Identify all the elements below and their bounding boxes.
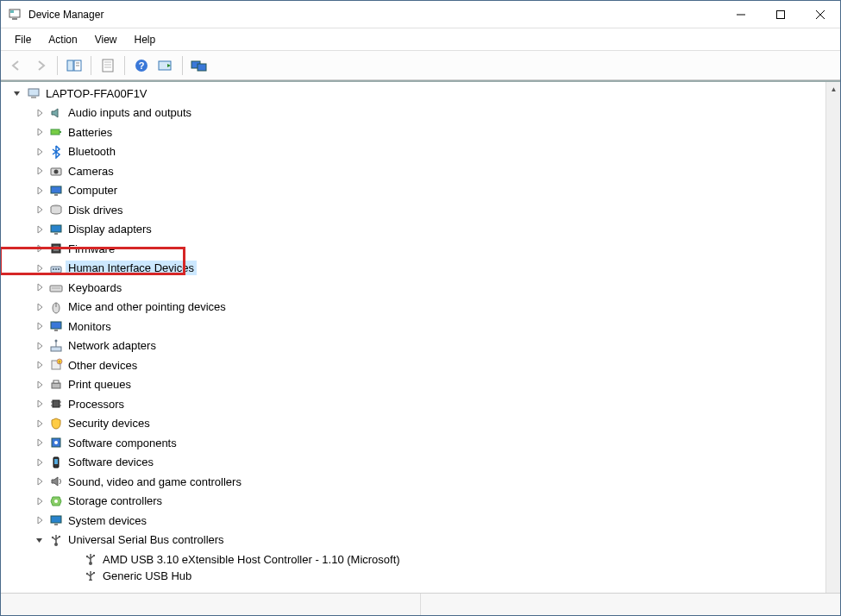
svg-rect-27 bbox=[51, 186, 61, 193]
tree-node-label: Other devices bbox=[68, 359, 137, 372]
menubar: File Action View Help bbox=[1, 28, 840, 51]
tree-node[interactable]: Mice and other pointing devices bbox=[1, 298, 825, 317]
expander-closed-icon[interactable] bbox=[34, 475, 46, 487]
expander-closed-icon[interactable] bbox=[34, 379, 46, 391]
tree-node[interactable]: !Other devices bbox=[1, 355, 825, 375]
expander-closed-icon[interactable] bbox=[34, 495, 46, 507]
expander-closed-icon[interactable] bbox=[34, 146, 46, 158]
tree-node-label: Processors bbox=[68, 398, 124, 411]
expander-closed-icon[interactable] bbox=[34, 456, 46, 468]
tree-node[interactable]: Firmware bbox=[1, 239, 825, 259]
help-button[interactable]: ? bbox=[131, 55, 152, 76]
expander-closed-icon[interactable] bbox=[34, 359, 46, 371]
expander-closed-icon[interactable] bbox=[34, 320, 46, 332]
menu-action[interactable]: Action bbox=[40, 30, 85, 49]
monitors-button[interactable] bbox=[189, 55, 210, 76]
expander-closed-icon[interactable] bbox=[34, 340, 46, 352]
tree-node-label: Monitors bbox=[68, 320, 111, 333]
menu-help[interactable]: Help bbox=[126, 30, 165, 49]
tree-node[interactable]: Storage controllers bbox=[1, 492, 825, 512]
tree-node[interactable]: Print queues bbox=[1, 375, 825, 395]
svg-rect-20 bbox=[198, 64, 206, 71]
tree-node[interactable]: Processors bbox=[1, 394, 825, 414]
svg-rect-52 bbox=[53, 400, 60, 407]
tree-node[interactable]: Sound, video and game controllers bbox=[1, 472, 825, 492]
nav-back-button[interactable] bbox=[6, 55, 27, 76]
svg-point-74 bbox=[86, 556, 88, 557]
other-icon: ! bbox=[49, 358, 63, 372]
svg-rect-1 bbox=[12, 18, 17, 20]
expander-closed-icon[interactable] bbox=[34, 107, 46, 119]
statusbar-cell bbox=[1, 594, 421, 615]
expander-closed-icon[interactable] bbox=[34, 437, 46, 449]
tree-node[interactable]: Network adapters bbox=[1, 336, 825, 356]
tree-node[interactable]: Computer bbox=[1, 181, 825, 201]
expander-closed-icon[interactable] bbox=[34, 301, 46, 313]
tree-node[interactable]: Software components bbox=[1, 433, 825, 453]
tree-node-label: Sound, video and game controllers bbox=[68, 475, 242, 488]
svg-rect-33 bbox=[53, 246, 59, 251]
camera-icon bbox=[49, 164, 63, 178]
software-comp-icon bbox=[49, 436, 63, 449]
tree-node-label: LAPTOP-FFA00F1V bbox=[46, 87, 147, 100]
tree-node[interactable]: Disk drives bbox=[1, 200, 825, 220]
close-button[interactable] bbox=[800, 1, 840, 28]
tree-node[interactable]: Audio inputs and outputs bbox=[1, 104, 825, 123]
menu-view[interactable]: View bbox=[86, 30, 126, 49]
scan-hardware-button[interactable] bbox=[155, 55, 176, 76]
usb-icon bbox=[84, 569, 97, 581]
disk-icon bbox=[49, 203, 63, 217]
expander-closed-icon[interactable] bbox=[34, 126, 46, 138]
svg-point-61 bbox=[54, 500, 58, 503]
tree-node[interactable]: Software devices bbox=[1, 453, 825, 473]
tree-node[interactable]: LAPTOP-FFA00F1V bbox=[1, 84, 825, 104]
toolbar: ? bbox=[1, 51, 840, 80]
tree-node[interactable]: System devices bbox=[1, 511, 825, 531]
storage-icon bbox=[49, 494, 63, 508]
maximize-button[interactable] bbox=[761, 1, 800, 28]
app-icon bbox=[8, 8, 22, 22]
tree-node[interactable]: Generic USB Hub bbox=[1, 569, 825, 581]
tree-node[interactable]: Human Interface Devices bbox=[1, 259, 825, 279]
content-area: LAPTOP-FFA00F1VAudio inputs and outputsB… bbox=[1, 80, 840, 593]
expander-closed-icon[interactable] bbox=[34, 204, 46, 216]
expander-closed-icon[interactable] bbox=[34, 185, 46, 197]
expander-closed-icon[interactable] bbox=[34, 223, 46, 236]
expander-closed-icon[interactable] bbox=[34, 514, 46, 526]
toolbar-separator bbox=[124, 56, 125, 75]
tree-node[interactable]: Cameras bbox=[1, 161, 825, 181]
expander-closed-icon[interactable] bbox=[34, 398, 46, 410]
expander-closed-icon[interactable] bbox=[34, 262, 46, 274]
svg-rect-60 bbox=[54, 459, 58, 464]
tree-node[interactable]: Bluetooth bbox=[1, 142, 825, 162]
properties-button[interactable] bbox=[97, 55, 118, 76]
printer-icon bbox=[49, 378, 63, 392]
expander-closed-icon[interactable] bbox=[34, 281, 46, 293]
expander-closed-icon[interactable] bbox=[34, 165, 46, 177]
tree-node-label: Storage controllers bbox=[68, 494, 162, 507]
tree-node[interactable]: Security devices bbox=[1, 414, 825, 434]
expander-open-icon[interactable] bbox=[34, 534, 46, 546]
nav-forward-button[interactable] bbox=[30, 55, 51, 76]
expander-open-icon[interactable] bbox=[11, 87, 23, 99]
device-tree[interactable]: LAPTOP-FFA00F1VAudio inputs and outputsB… bbox=[1, 82, 825, 593]
show-hide-console-button[interactable] bbox=[64, 55, 85, 76]
minimize-button[interactable] bbox=[721, 1, 761, 28]
tree-node-label: Software devices bbox=[68, 456, 154, 468]
expander-closed-icon[interactable] bbox=[34, 242, 46, 255]
expander-closed-icon[interactable] bbox=[34, 418, 46, 430]
tree-node[interactable]: Monitors bbox=[1, 317, 825, 336]
tree-node[interactable]: Keyboards bbox=[1, 278, 825, 298]
svg-rect-30 bbox=[51, 225, 61, 232]
tree-node[interactable]: Universal Serial Bus controllers bbox=[1, 531, 825, 550]
scroll-up-arrow[interactable]: ▲ bbox=[826, 82, 841, 97]
usb-icon bbox=[84, 552, 97, 566]
hid-icon bbox=[49, 261, 63, 275]
menu-file[interactable]: File bbox=[6, 30, 40, 49]
vertical-scrollbar[interactable]: ▲ bbox=[825, 82, 840, 593]
tree-node[interactable]: AMD USB 3.10 eXtensible Host Controller … bbox=[1, 550, 825, 569]
svg-rect-2 bbox=[10, 10, 14, 13]
tree-node[interactable]: Batteries bbox=[1, 123, 825, 142]
tree-node[interactable]: Display adapters bbox=[1, 220, 825, 240]
cpu-icon bbox=[49, 397, 63, 411]
